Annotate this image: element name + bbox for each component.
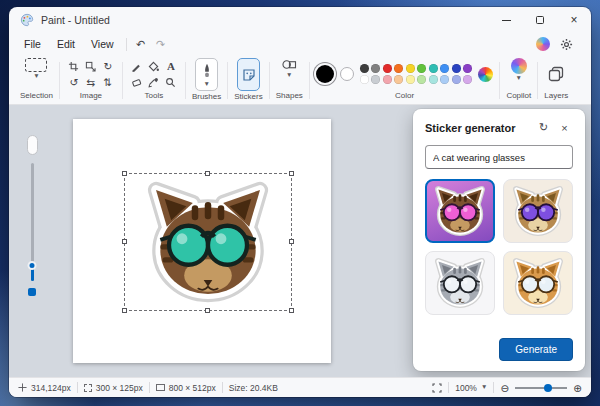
color-swatch[interactable] bbox=[360, 64, 369, 73]
minimize-button[interactable] bbox=[489, 7, 523, 33]
settings-button[interactable] bbox=[556, 36, 576, 53]
resize-icon bbox=[85, 61, 96, 72]
color-swatch[interactable] bbox=[406, 64, 415, 73]
generate-button[interactable]: Generate bbox=[499, 338, 573, 361]
ribbon-divider bbox=[227, 62, 228, 99]
title-bar[interactable]: Paint - Untitled × bbox=[9, 7, 591, 33]
color-swatch[interactable] bbox=[383, 75, 392, 84]
selection-handle-sw[interactable] bbox=[122, 308, 127, 313]
maximize-button[interactable] bbox=[523, 7, 557, 33]
panel-header: Sticker generator ↻ × bbox=[425, 119, 573, 136]
flip-vertical-button[interactable]: ⇅ bbox=[100, 75, 116, 90]
sticker-thumbnail-3[interactable] bbox=[425, 251, 495, 315]
color-swatch[interactable] bbox=[406, 75, 415, 84]
fill-tool-button[interactable] bbox=[146, 59, 162, 74]
zoom-level-value: 100% bbox=[455, 383, 477, 393]
selection-handle-s[interactable] bbox=[205, 308, 210, 313]
color-swatch[interactable] bbox=[463, 75, 472, 84]
selection-handle-w[interactable] bbox=[122, 239, 127, 244]
sticker-icon bbox=[242, 68, 256, 82]
shapes-button[interactable]: ▼ bbox=[281, 58, 297, 90]
brushes-button[interactable]: ▼ bbox=[195, 58, 218, 91]
selection-size-icon bbox=[84, 384, 92, 392]
size-slider-handle[interactable] bbox=[27, 135, 38, 155]
selection-handle-e[interactable] bbox=[289, 239, 294, 244]
size-slider-thumb[interactable] bbox=[28, 261, 37, 270]
menu-item-edit[interactable]: Edit bbox=[49, 36, 83, 52]
color-swatch[interactable] bbox=[440, 75, 449, 84]
color-swatch[interactable] bbox=[371, 64, 380, 73]
crop-button[interactable] bbox=[66, 59, 82, 74]
pencil-icon bbox=[131, 61, 142, 72]
flip-horizontal-icon: ⇆ bbox=[87, 76, 96, 88]
magnifier-tool-button[interactable] bbox=[163, 75, 179, 90]
close-button[interactable]: × bbox=[557, 7, 591, 33]
menu-divider bbox=[126, 38, 127, 51]
sticker-thumbnail-4[interactable] bbox=[503, 251, 573, 315]
size-slider[interactable] bbox=[22, 135, 42, 296]
panel-close-button[interactable]: × bbox=[556, 119, 573, 136]
status-divider bbox=[77, 382, 78, 393]
selection-region[interactable] bbox=[124, 173, 292, 311]
sticker-thumbnail-1[interactable] bbox=[425, 179, 495, 243]
rotate-left-button[interactable]: ↺ bbox=[66, 75, 82, 90]
secondary-color-swatch[interactable] bbox=[340, 67, 354, 81]
selection-marquee-icon bbox=[25, 58, 47, 72]
prompt-input[interactable] bbox=[425, 145, 573, 169]
cat-sticker-image bbox=[511, 256, 565, 310]
selection-tool-button[interactable]: ▼ bbox=[25, 58, 47, 90]
ribbon-divider bbox=[499, 62, 500, 99]
undo-icon: ↶ bbox=[136, 38, 145, 51]
color-swatch[interactable] bbox=[394, 64, 403, 73]
zoom-slider[interactable] bbox=[515, 383, 567, 393]
selection-handle-nw[interactable] bbox=[122, 171, 127, 176]
color-swatch[interactable] bbox=[452, 64, 461, 73]
color-swatch[interactable] bbox=[417, 64, 426, 73]
rotate-right-button[interactable]: ↻ bbox=[100, 59, 116, 74]
ribbon-group-copilot: ▼ Copilot bbox=[501, 57, 536, 104]
zoom-out-button[interactable]: ⊖ bbox=[500, 382, 509, 394]
size-slider-track[interactable] bbox=[31, 163, 34, 281]
zoom-slider-thumb[interactable] bbox=[544, 384, 552, 392]
resize-button[interactable] bbox=[83, 59, 99, 74]
eraser-tool-button[interactable] bbox=[129, 75, 145, 90]
undo-button[interactable]: ↶ bbox=[131, 36, 151, 53]
color-swatch[interactable] bbox=[452, 75, 461, 84]
zoom-in-button[interactable]: ⊕ bbox=[573, 382, 582, 394]
canvas-cat-sticker[interactable] bbox=[143, 177, 273, 307]
color-swatch[interactable] bbox=[429, 64, 438, 73]
selection-handle-ne[interactable] bbox=[289, 171, 294, 176]
color-swatch[interactable] bbox=[360, 75, 369, 84]
color-swatch[interactable] bbox=[440, 64, 449, 73]
account-avatar-icon[interactable] bbox=[536, 37, 550, 51]
layers-button[interactable] bbox=[548, 58, 564, 90]
color-picker-tool-button[interactable] bbox=[146, 75, 162, 90]
regenerate-button[interactable]: ↻ bbox=[535, 119, 552, 136]
redo-button[interactable]: ↷ bbox=[151, 36, 171, 53]
color-swatch[interactable] bbox=[429, 75, 438, 84]
drawing-canvas[interactable] bbox=[73, 119, 331, 363]
file-size: Size: 20.4KB bbox=[229, 383, 278, 393]
edit-colors-button[interactable] bbox=[478, 67, 493, 82]
sticker-thumbnail-2[interactable] bbox=[503, 179, 573, 243]
ribbon-group-brushes: ▼ Brushes bbox=[187, 57, 226, 104]
status-divider bbox=[149, 382, 150, 393]
flip-horizontal-button[interactable]: ⇆ bbox=[83, 75, 99, 90]
color-swatch[interactable] bbox=[394, 75, 403, 84]
selection-handle-n[interactable] bbox=[205, 171, 210, 176]
color-swatch[interactable] bbox=[383, 64, 392, 73]
color-swatch[interactable] bbox=[371, 75, 380, 84]
stickers-button[interactable] bbox=[237, 58, 260, 91]
pencil-tool-button[interactable] bbox=[129, 59, 145, 74]
color-swatch[interactable] bbox=[417, 75, 426, 84]
color-swatch[interactable] bbox=[463, 64, 472, 73]
fit-to-screen-button[interactable] bbox=[432, 383, 442, 393]
primary-color-swatch[interactable] bbox=[316, 65, 334, 83]
text-tool-button[interactable]: A bbox=[163, 59, 179, 74]
selection-handle-se[interactable] bbox=[289, 308, 294, 313]
copilot-button[interactable]: ▼ bbox=[511, 58, 527, 90]
menu-item-view[interactable]: View bbox=[83, 36, 122, 52]
zoom-level-dropdown[interactable]: 100% ▼ bbox=[455, 383, 487, 393]
text-tool-icon: A bbox=[167, 60, 175, 72]
menu-item-file[interactable]: File bbox=[16, 36, 49, 52]
